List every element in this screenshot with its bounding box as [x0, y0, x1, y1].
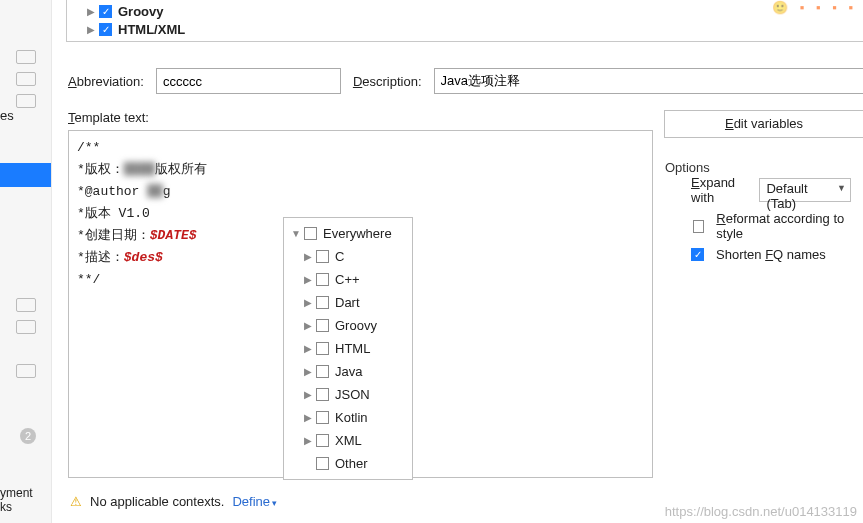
sidebar-icon — [16, 72, 36, 86]
chevron-right-icon[interactable]: ▶ — [87, 6, 97, 17]
context-item[interactable]: ▶ Java — [290, 360, 406, 383]
define-link[interactable]: Define▾ — [232, 494, 277, 509]
checkbox-checked[interactable]: ✓ — [99, 23, 112, 36]
checkbox-checked[interactable]: ✓ — [691, 248, 704, 261]
no-context-text: No applicable contexts. — [90, 494, 224, 509]
sidebar-icon — [16, 50, 36, 64]
chevron-right-icon[interactable]: ▶ — [302, 366, 314, 377]
warning-icon: ⚠ — [70, 494, 82, 509]
editor-line: *@author ██g — [77, 181, 644, 203]
sidebar-icon — [16, 320, 36, 334]
tree-label: Groovy — [118, 4, 164, 19]
context-item[interactable]: ▶ Groovy — [290, 314, 406, 337]
sidebar-icon — [16, 94, 36, 108]
chevron-right-icon[interactable]: ▶ — [302, 412, 314, 423]
chevron-right-icon[interactable]: ▶ — [302, 251, 314, 262]
expand-with-label: Expand with — [691, 175, 753, 205]
chevron-right-icon[interactable]: ▶ — [302, 389, 314, 400]
edit-variables-button[interactable]: Edit variables — [664, 110, 863, 138]
expand-with-select[interactable]: Default (Tab) ▼ — [759, 178, 851, 202]
chevron-down-icon: ▼ — [837, 183, 846, 193]
tree-label: HTML/XML — [118, 22, 185, 37]
context-item[interactable]: ▶ Kotlin — [290, 406, 406, 429]
reformat-label: Reformat according to style — [716, 211, 851, 241]
checkbox[interactable] — [316, 388, 329, 401]
chevron-right-icon[interactable]: ▶ — [302, 343, 314, 354]
reformat-row[interactable]: Reformat according to style — [691, 211, 851, 241]
chevron-down-icon: ▾ — [272, 498, 277, 508]
checkbox[interactable] — [316, 319, 329, 332]
sidebar-text-fragment: yment ks — [0, 486, 33, 514]
checkbox[interactable] — [316, 342, 329, 355]
context-item[interactable]: ▶ JSON — [290, 383, 406, 406]
checkbox[interactable] — [316, 296, 329, 309]
context-item[interactable]: ▶ C — [290, 245, 406, 268]
options-panel: Expand with Default (Tab) ▼ Reformat acc… — [661, 155, 863, 285]
watermark: https://blog.csdn.net/u014133119 — [665, 504, 857, 519]
expand-with-row: Expand with Default (Tab) ▼ — [691, 175, 851, 205]
description-label: Description: — [353, 74, 422, 89]
checkbox[interactable] — [316, 250, 329, 263]
shorten-row[interactable]: ✓ Shorten FQ names — [691, 247, 851, 262]
checkbox[interactable] — [316, 457, 329, 470]
checkbox[interactable] — [316, 365, 329, 378]
context-item[interactable]: ▶ HTML — [290, 337, 406, 360]
context-popup[interactable]: ▼ Everywhere ▶ C ▶ C++ ▶ Dart ▶ Groovy ▶… — [283, 217, 413, 480]
sidebar-icon — [16, 364, 36, 378]
template-text-label: Template text: — [68, 110, 149, 125]
checkbox-checked[interactable]: ✓ — [99, 5, 112, 18]
checkbox[interactable] — [316, 411, 329, 424]
chevron-right-icon[interactable]: ▶ — [302, 297, 314, 308]
abbreviation-description-row: Abbreviation: Description: — [68, 68, 863, 94]
context-item[interactable]: ▼ Everywhere — [290, 222, 406, 245]
editor-line: /** — [77, 137, 644, 159]
context-item[interactable]: ▶ XML — [290, 429, 406, 452]
sidebar-text-fragment: es — [0, 108, 14, 123]
checkbox[interactable] — [304, 227, 317, 240]
checkbox[interactable] — [316, 273, 329, 286]
chevron-right-icon[interactable]: ▶ — [302, 274, 314, 285]
sidebar-item-selected[interactable] — [0, 163, 51, 187]
chevron-right-icon[interactable]: ▶ — [87, 24, 97, 35]
chevron-right-icon[interactable]: ▶ — [302, 320, 314, 331]
tree-row[interactable]: ▶ ✓ HTML/XML — [87, 20, 857, 38]
context-item[interactable]: ▶ Dart — [290, 291, 406, 314]
sidebar-icon — [16, 298, 36, 312]
context-item[interactable]: Other — [290, 452, 406, 475]
template-group-tree[interactable]: ▶ ✓ Groovy ▶ ✓ HTML/XML 🙂 ▪ ▪ ▪ ▪ — [66, 0, 863, 42]
toolbar-icons[interactable]: 🙂 ▪ ▪ ▪ ▪ — [772, 0, 857, 15]
chevron-down-icon[interactable]: ▼ — [290, 228, 302, 239]
abbreviation-input[interactable] — [156, 68, 341, 94]
editor-line: *版权：████版权所有 — [77, 159, 644, 181]
description-input[interactable] — [434, 68, 863, 94]
context-item[interactable]: ▶ C++ — [290, 268, 406, 291]
checkbox[interactable] — [316, 434, 329, 447]
abbreviation-label: Abbreviation: — [68, 74, 144, 89]
settings-sidebar[interactable]: 2 — [0, 0, 52, 523]
chevron-right-icon[interactable]: ▶ — [302, 435, 314, 446]
sidebar-badge: 2 — [20, 428, 36, 444]
context-footer: ⚠ No applicable contexts. Define▾ — [70, 494, 277, 509]
shorten-label: Shorten FQ names — [716, 247, 826, 262]
tree-row[interactable]: ▶ ✓ Groovy — [87, 2, 857, 20]
checkbox[interactable] — [693, 220, 704, 233]
